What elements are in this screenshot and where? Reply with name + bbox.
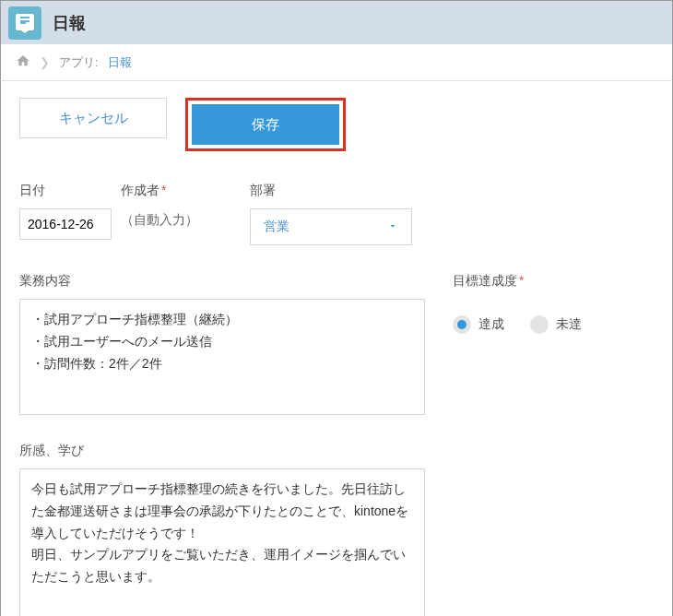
shokan-label: 所感、学び xyxy=(19,443,654,459)
field-dept: 部署 営業 xyxy=(250,183,416,245)
chevron-down-icon xyxy=(387,219,398,234)
goal-label: 目標達成度* xyxy=(453,273,582,290)
breadcrumb-app-link[interactable]: 日報 xyxy=(108,54,132,71)
radio-icon xyxy=(453,315,471,334)
breadcrumb-separator-icon: ❯ xyxy=(40,55,50,69)
app-title: 日報 xyxy=(53,12,86,34)
save-button[interactable]: 保存 xyxy=(192,104,339,145)
field-date: 日付 xyxy=(19,183,121,245)
dept-label: 部署 xyxy=(250,183,416,199)
form: 日付 作成者* （自動入力） 部署 営業 業務内容 ・試用アプローチ指標整理（継… xyxy=(0,170,673,616)
date-input[interactable] xyxy=(19,208,112,240)
gyomu-label: 業務内容 xyxy=(19,273,425,290)
field-gyomu: 業務内容 ・試用アプローチ指標整理（継続） ・試用ユーザーへのメール送信 ・訪問… xyxy=(19,273,425,415)
field-shokan: 所感、学び 今日も試用アプローチ指標整理の続きを行いました。先日往訪した金都運送… xyxy=(19,443,654,616)
radio-label-done: 達成 xyxy=(478,316,504,333)
breadcrumb-app-label: アプリ: xyxy=(59,54,99,71)
home-icon[interactable] xyxy=(16,53,30,71)
gyomu-textarea[interactable]: ・試用アプローチ指標整理（継続） ・試用ユーザーへのメール送信 ・訪問件数：2件… xyxy=(19,299,425,415)
app-header: 日報 xyxy=(0,0,673,44)
shokan-textarea[interactable]: 今日も試用アプローチ指標整理の続きを行いました。先日往訪した金都運送研さまは理事… xyxy=(19,468,425,616)
app-icon xyxy=(8,6,41,40)
author-value: （自動入力） xyxy=(121,208,250,229)
date-label: 日付 xyxy=(19,183,121,199)
dept-selected: 営業 xyxy=(264,219,289,235)
save-highlight: 保存 xyxy=(185,98,346,151)
action-buttons: キャンセル 保存 xyxy=(0,81,673,170)
dept-select[interactable]: 営業 xyxy=(250,208,412,245)
breadcrumb: ❯ アプリ: 日報 xyxy=(0,44,673,81)
author-label: 作成者* xyxy=(121,183,250,199)
radio-label-undone: 未達 xyxy=(556,316,582,333)
field-author: 作成者* （自動入力） xyxy=(121,183,250,245)
radio-icon xyxy=(530,315,549,334)
required-marker: * xyxy=(519,273,524,288)
goal-radio-done[interactable]: 達成 xyxy=(453,315,504,334)
cancel-button[interactable]: キャンセル xyxy=(19,98,167,138)
required-marker: * xyxy=(161,183,166,197)
goal-radio-undone[interactable]: 未達 xyxy=(530,315,582,334)
field-goal: 目標達成度* 達成 未達 xyxy=(453,273,582,415)
